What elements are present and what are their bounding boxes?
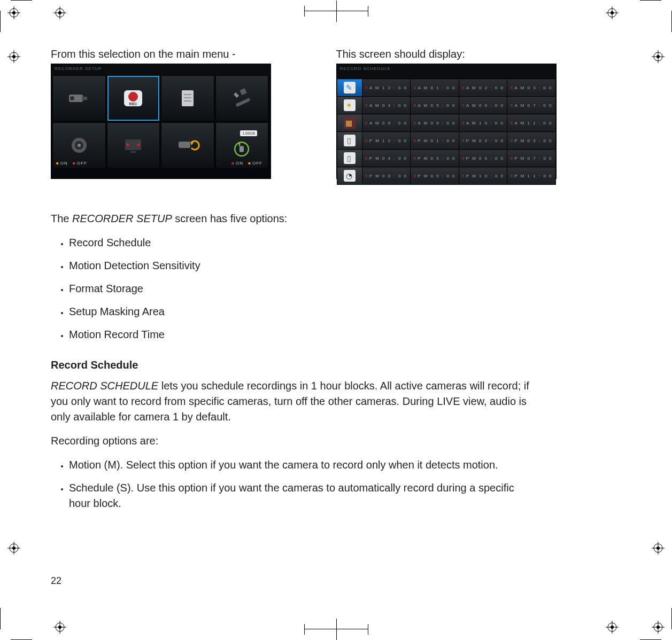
registration-mark-icon bbox=[7, 6, 20, 19]
screenshot-record-schedule: RECORD SCHEDULE ✎XA M 1 2 : 0 0XA M 0 1 … bbox=[336, 64, 557, 179]
svg-point-32 bbox=[608, 623, 616, 631]
menu-cell-camera[interactable] bbox=[52, 75, 106, 121]
hammer-wrench-icon bbox=[228, 85, 255, 112]
list-item: Setup Masking Area bbox=[69, 304, 537, 319]
schedule-side-icon[interactable]: ▦ bbox=[337, 114, 362, 132]
schedule-side-icon[interactable]: ✶ bbox=[337, 97, 362, 114]
schedule-cell[interactable]: XA M 0 5 : 0 0 bbox=[411, 97, 459, 114]
schedule-cell[interactable]: XP M 1 2 : 0 0 bbox=[362, 132, 411, 150]
figure-caption: This screen should display: bbox=[336, 48, 600, 60]
camera-cycle-icon bbox=[174, 132, 201, 159]
svg-point-25 bbox=[656, 547, 660, 550]
schedule-cell[interactable]: XP M 0 1 : 0 0 bbox=[411, 132, 459, 150]
schedule-cell[interactable]: XA M 0 7 : 0 0 bbox=[507, 97, 556, 114]
schedule-cell[interactable]: XP M 1 1 : 0 0 bbox=[507, 167, 556, 185]
screenshot-title: RECORD SCHEDULE bbox=[337, 64, 556, 79]
menu-cell-camera-cycle[interactable] bbox=[161, 122, 214, 168]
svg-point-33 bbox=[611, 626, 614, 629]
on-off-label: ■ON ■OFF bbox=[228, 161, 262, 166]
schedule-cell[interactable]: XP M 0 5 : 0 0 bbox=[411, 150, 459, 167]
svg-point-36 bbox=[654, 623, 662, 631]
schedule-cell[interactable]: XP M 0 8 : 0 0 bbox=[362, 167, 411, 185]
schedule-cell[interactable]: XP M 0 7 : 0 0 bbox=[507, 150, 556, 167]
body-text: The RECORDER SETUP screen has five optio… bbox=[51, 211, 537, 511]
list-item: Schedule (S). Use this option if you wan… bbox=[69, 480, 537, 511]
schedule-cell[interactable]: XA M 1 1 : 0 0 bbox=[507, 114, 556, 132]
schedule-cell[interactable]: XA M 1 0 : 0 0 bbox=[459, 114, 507, 132]
svg-rect-60 bbox=[240, 146, 244, 152]
list-item: Format Storage bbox=[69, 281, 537, 296]
svg-text:REC: REC bbox=[129, 102, 137, 106]
svg-point-1 bbox=[12, 11, 16, 14]
svg-point-54 bbox=[78, 144, 81, 147]
schedule-cell[interactable]: XA M 1 2 : 0 0 bbox=[362, 79, 411, 97]
svg-rect-42 bbox=[82, 97, 87, 100]
schedule-table: ✎XA M 1 2 : 0 0XA M 0 1 : 0 0XA M 0 2 : … bbox=[337, 79, 556, 185]
schedule-cell[interactable]: XA M 0 3 : 0 0 bbox=[507, 79, 556, 97]
paragraph: Recording options are: bbox=[51, 433, 537, 449]
crop-mark bbox=[640, 0, 672, 32]
menu-cell-sd[interactable]: 1.89GB ■ON ■OFF bbox=[215, 122, 269, 168]
schedule-cell[interactable]: XA M 0 9 : 0 0 bbox=[411, 114, 459, 132]
svg-point-8 bbox=[608, 9, 616, 17]
svg-rect-50 bbox=[236, 98, 251, 107]
schedule-cell[interactable]: XA M 0 2 : 0 0 bbox=[459, 79, 507, 97]
crop-mark bbox=[640, 608, 672, 640]
sd-size-badge: 1.89GB bbox=[240, 130, 257, 136]
figure-record-schedule: This screen should display: RECORD SCHED… bbox=[336, 48, 600, 179]
list-item: Motion Detection Sensitivity bbox=[69, 258, 537, 274]
recording-options-list: Motion (M). Select this option if you wa… bbox=[51, 457, 537, 511]
schedule-cell[interactable]: XA M 0 1 : 0 0 bbox=[411, 79, 459, 97]
svg-rect-56 bbox=[130, 151, 136, 153]
schedule-cell[interactable]: XP M 0 9 : 0 0 bbox=[411, 167, 459, 185]
schedule-cell[interactable]: XA M 0 6 : 0 0 bbox=[459, 97, 507, 114]
menu-cell-volume[interactable]: ■ON ■OFF bbox=[52, 122, 106, 168]
list-item: Record Schedule bbox=[69, 235, 537, 251]
svg-point-4 bbox=[56, 9, 64, 17]
svg-point-28 bbox=[56, 623, 64, 631]
screenshot-title: RECORDER SETUP bbox=[51, 64, 271, 75]
svg-rect-57 bbox=[179, 142, 190, 148]
schedule-cell[interactable]: XA M 0 8 : 0 0 bbox=[362, 114, 411, 132]
schedule-cell[interactable]: XP M 1 0 : 0 0 bbox=[459, 167, 507, 185]
svg-point-16 bbox=[654, 52, 662, 61]
schedule-cell[interactable]: XP M 0 6 : 0 0 bbox=[459, 150, 507, 167]
svg-point-12 bbox=[10, 52, 18, 61]
svg-point-17 bbox=[656, 55, 660, 58]
figure-recorder-setup: From this selection on the main menu - R… bbox=[51, 48, 315, 179]
registration-mark-icon bbox=[652, 50, 665, 63]
schedule-side-icon[interactable]: ◔ bbox=[337, 167, 362, 185]
schedule-side-icon[interactable]: ▯ bbox=[337, 132, 362, 150]
menu-cell-record[interactable]: REC bbox=[107, 75, 160, 121]
registration-mark-icon bbox=[53, 6, 66, 19]
svg-point-44 bbox=[128, 92, 138, 102]
menu-cell-display[interactable] bbox=[107, 122, 160, 168]
schedule-cell[interactable]: XA M 0 4 : 0 0 bbox=[362, 97, 411, 114]
registration-mark-icon bbox=[7, 50, 20, 63]
svg-point-20 bbox=[10, 544, 18, 552]
paragraph: RECORD SCHEDULE lets you schedule record… bbox=[51, 378, 537, 425]
menu-cell-tools[interactable] bbox=[215, 75, 269, 121]
record-icon: REC bbox=[120, 85, 146, 112]
schedule-cell[interactable]: XP M 0 3 : 0 0 bbox=[507, 132, 556, 150]
svg-point-29 bbox=[58, 626, 61, 629]
sd-card-icon bbox=[228, 136, 255, 162]
schedule-cell[interactable]: XP M 0 2 : 0 0 bbox=[459, 132, 507, 150]
monitor-arrows-icon bbox=[120, 132, 146, 159]
speaker-icon bbox=[66, 132, 92, 159]
schedule-cell[interactable]: XP M 0 4 : 0 0 bbox=[362, 150, 411, 167]
svg-point-41 bbox=[70, 96, 74, 100]
registration-mark-icon bbox=[53, 621, 66, 634]
registration-mark-icon bbox=[606, 621, 619, 634]
page-content: From this selection on the main menu - R… bbox=[51, 48, 600, 549]
registration-mark-icon bbox=[7, 542, 20, 555]
schedule-side-icon[interactable]: ▯ bbox=[337, 150, 362, 167]
crop-mark bbox=[0, 0, 32, 32]
menu-cell-list[interactable] bbox=[161, 75, 214, 121]
registration-mark-icon bbox=[652, 542, 665, 555]
registration-mark-icon bbox=[606, 6, 619, 19]
crop-mark bbox=[0, 608, 32, 640]
center-tick bbox=[304, 629, 368, 629]
schedule-side-icon[interactable]: ✎ bbox=[337, 79, 362, 97]
camera-icon bbox=[66, 85, 92, 112]
